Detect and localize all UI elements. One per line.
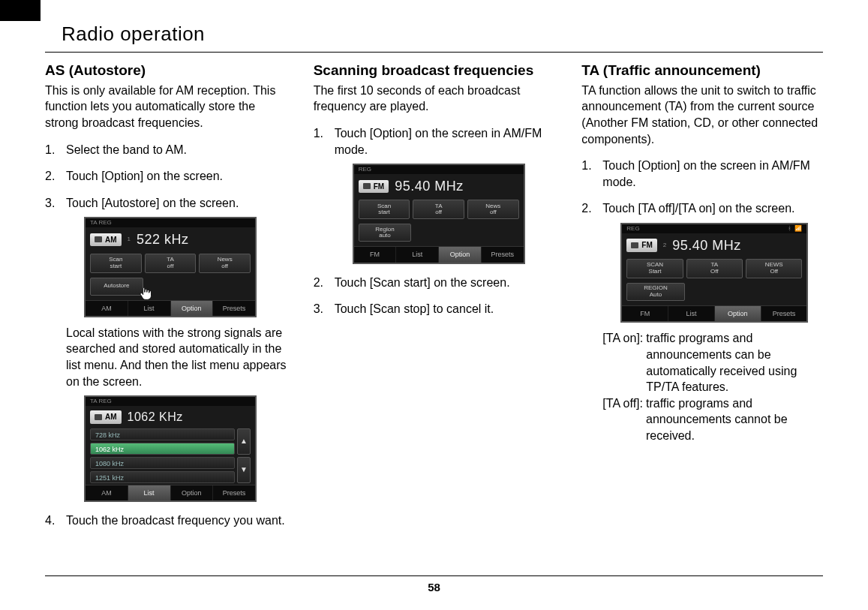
intro-ta: TA function allows the unit to switch to… — [581, 83, 823, 147]
after-step-text: Local stations with the strong signals a… — [66, 325, 287, 389]
tab-presets[interactable]: Presets — [761, 306, 807, 321]
ta-button[interactable]: TAoff — [145, 254, 197, 273]
list-item[interactable]: 1080 kHz — [90, 457, 235, 469]
page-number: 58 — [45, 581, 823, 593]
scroll-arrows: ▲ ▼ — [237, 428, 251, 483]
autostore-button[interactable]: Autostore — [90, 278, 143, 296]
radio-icon — [631, 242, 638, 248]
tab-list[interactable]: List — [128, 485, 171, 500]
status-text: TA REG — [90, 398, 112, 405]
step: Select the band to AM. — [45, 142, 287, 158]
heading-ta: TA (Traffic announcement) — [581, 62, 823, 80]
def-ta-on: [TA on]: traffic programs and announceme… — [602, 330, 823, 395]
status-icons: ᚼ📶 — [788, 225, 802, 233]
frequency-value: 522 kHz — [137, 230, 189, 248]
step-text: Touch [Option] on the screen in AM/FM mo… — [335, 127, 542, 156]
tab-list[interactable]: List — [396, 247, 439, 262]
frequency-value: 95.40 MHz — [395, 177, 464, 195]
news-button[interactable]: NEWSOff — [746, 259, 802, 278]
band-chip: AM — [90, 233, 122, 247]
tab-am[interactable]: AM — [86, 485, 128, 500]
frequency-row: AM 1062 KHz — [86, 406, 255, 428]
bottom-tabs: FM List Option Presets — [354, 246, 524, 262]
tab-presets[interactable]: Presets — [482, 247, 524, 262]
heading-autostore: AS (Autostore) — [45, 62, 287, 80]
station-list: 728 kHz 1062 kHz 1080 kHz 1251 kHz ▲ ▼ — [86, 428, 255, 485]
news-button[interactable]: Newsoff — [467, 200, 519, 219]
band-label: FM — [641, 240, 652, 251]
signal-icon: 📶 — [794, 225, 802, 233]
scroll-up-button[interactable]: ▲ — [237, 428, 251, 455]
band-sub: 1 — [128, 236, 131, 244]
tab-fm[interactable]: FM — [622, 306, 668, 321]
def-label: [TA on]: — [602, 330, 643, 395]
band-label: AM — [105, 235, 117, 245]
tab-list[interactable]: List — [128, 301, 171, 316]
step: Touch [Option] on the screen in AM/FM mo… — [581, 158, 823, 190]
steps-ta: Touch [Option] on the screen in AM/FM mo… — [581, 158, 823, 443]
region-row: REGIONAuto — [622, 283, 806, 305]
radio-screen: REG ᚼ📶 FM 2 95.40 MHz SCANStart TAOff — [620, 223, 808, 323]
status-text: REG — [626, 225, 639, 233]
ta-button[interactable]: TAOff — [686, 259, 743, 278]
region-button[interactable]: Regionauto — [359, 224, 412, 242]
status-text: REG — [359, 166, 371, 173]
header: Radio operation — [45, 0, 823, 53]
def-body: traffic programs and announcements can b… — [643, 330, 823, 395]
radio-icon — [95, 414, 102, 420]
region-row: Regionauto — [354, 224, 524, 246]
radio-screen: REG FM 95.40 MHz Scanstart TAoff Newsoff — [353, 164, 525, 263]
status-bar: REG ᚼ📶 — [622, 224, 806, 233]
tab-list[interactable]: List — [668, 306, 715, 321]
page: Radio operation AS (Autostore) This is o… — [0, 0, 868, 610]
list-item[interactable]: 1251 kHz — [90, 471, 235, 483]
status-text: TA REG — [90, 219, 112, 227]
tab-option[interactable]: Option — [171, 301, 214, 316]
step: Touch [TA off]/[TA on] on the screen. RE… — [581, 200, 823, 443]
radio-icon — [95, 236, 102, 242]
scan-button[interactable]: SCANStart — [626, 259, 683, 278]
status-bar: REG — [354, 165, 524, 174]
ta-button[interactable]: TAoff — [413, 200, 464, 219]
bottom-tabs: AM List Option Presets — [86, 485, 255, 500]
bottom-tabs: FM List Option Presets — [622, 305, 806, 321]
scan-button[interactable]: Scanstart — [90, 254, 142, 273]
intro-scanning: The first 10 seconds of each broadcast f… — [314, 83, 555, 115]
region-button[interactable]: REGIONAuto — [626, 283, 684, 301]
rule-bottom — [45, 575, 823, 576]
tab-option[interactable]: Option — [171, 485, 214, 500]
screenshot-scan-option: REG FM 95.40 MHz Scanstart TAoff Newsoff — [353, 164, 525, 263]
steps-autostore: Select the band to AM. Touch [Option] on… — [45, 142, 287, 529]
scroll-down-button[interactable]: ▼ — [237, 457, 251, 483]
list-item[interactable]: 1062 kHz — [90, 443, 235, 455]
step: Touch the broadcast frequency you want. — [45, 512, 287, 529]
step-text: Touch [Autostore] on the screen. — [66, 197, 239, 209]
band-label: AM — [105, 412, 117, 422]
news-button[interactable]: Newsoff — [199, 254, 251, 273]
scan-button[interactable]: Scanstart — [359, 200, 410, 219]
tab-fm[interactable]: FM — [354, 247, 397, 262]
steps-scanning: Touch [Option] on the screen in AM/FM mo… — [314, 125, 555, 317]
autostore-row: Autostore — [86, 278, 255, 300]
bluetooth-icon: ᚼ — [788, 225, 791, 233]
frequency-value: 95.40 MHz — [672, 236, 741, 254]
tab-presets[interactable]: Presets — [213, 485, 255, 500]
bottom-tabs: AM List Option Presets — [86, 300, 255, 316]
def-label: [TA off]: — [602, 395, 643, 444]
status-bar: TA REG — [86, 397, 255, 406]
tab-option[interactable]: Option — [439, 247, 482, 262]
radio-screen: TA REG AM 1062 KHz 728 kHz 1062 kHz 1080… — [84, 395, 257, 502]
screenshot-ta-option: REG ᚼ📶 FM 2 95.40 MHz SCANStart TAOff — [620, 223, 808, 323]
band-chip: AM — [90, 410, 122, 424]
col-scanning: Scanning broadcast frequen­cies The firs… — [314, 62, 555, 539]
tab-option[interactable]: Option — [715, 306, 761, 321]
band-chip: FM — [359, 180, 389, 194]
list-item[interactable]: 728 kHz — [90, 428, 235, 440]
frequency-row: AM 1 522 kHz — [86, 227, 255, 251]
col-ta: TA (Traffic announcement) TA function al… — [581, 62, 823, 539]
radio-screen: TA REG AM 1 522 kHz Scanstart TAoff News… — [84, 217, 257, 317]
tab-am[interactable]: AM — [86, 301, 128, 316]
footer: 58 — [45, 575, 823, 593]
col-autostore: AS (Autostore) This is only available fo… — [45, 62, 287, 539]
tab-presets[interactable]: Presets — [213, 301, 255, 316]
